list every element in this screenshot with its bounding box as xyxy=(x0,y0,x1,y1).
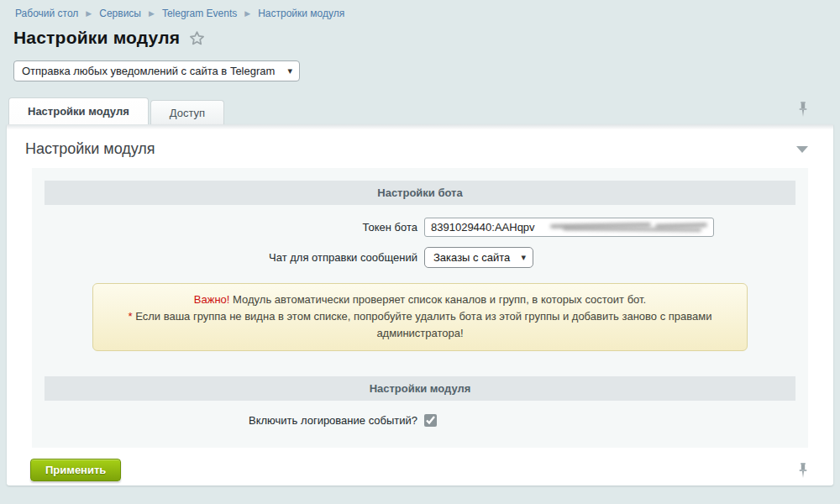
chat-label: Чат для отправки сообщений xyxy=(45,251,424,264)
collapse-arrow-icon[interactable] xyxy=(796,146,808,153)
module-select-wrap: Отправка любых уведомлений с сайта в Tel… xyxy=(13,60,300,81)
logging-checkbox[interactable] xyxy=(424,414,437,427)
warning-note: Важно! Модуль автоматически проверяет сп… xyxy=(92,283,748,351)
tabs-bar: Настройки модуля Доступ xyxy=(8,97,833,124)
warning-line1: Модуль автоматически проверяет список ка… xyxy=(233,293,646,306)
breadcrumb: Рабочий стол ▶ Сервисы ▶ Telegram Events… xyxy=(0,0,840,19)
apply-button[interactable]: Применить xyxy=(30,459,121,481)
pin-icon[interactable] xyxy=(798,462,808,479)
module-select[interactable]: Отправка любых уведомлений с сайта в Tel… xyxy=(13,60,300,81)
section-header-bot-settings: Настройки бота xyxy=(45,181,795,205)
breadcrumb-arrow-icon: ▶ xyxy=(149,10,155,18)
bot-token-input[interactable] xyxy=(424,218,714,237)
token-row: Токен бота xyxy=(45,218,795,237)
breadcrumb-arrow-icon: ▶ xyxy=(86,10,92,18)
section-header-module-settings: Настройки модуля xyxy=(45,376,795,401)
warning-line2: Если ваша группа не видна в этом списке,… xyxy=(135,310,711,339)
tab-access[interactable]: Доступ xyxy=(150,100,224,124)
warning-important-label: Важно! xyxy=(194,293,230,306)
tab-module-settings[interactable]: Настройки модуля xyxy=(8,97,149,124)
breadcrumb-arrow-icon: ▶ xyxy=(244,10,250,18)
page-title: Настройки модуля xyxy=(13,28,180,48)
pin-icon[interactable] xyxy=(798,101,808,118)
warning-asterisk: * xyxy=(129,310,133,323)
panel-title: Настройки модуля xyxy=(25,140,155,158)
chat-row: Чат для отправки сообщений Заказы с сайт… xyxy=(45,247,795,268)
settings-panel: Настройки модуля Настройки бота Токен бо… xyxy=(7,124,833,486)
token-input-wrap xyxy=(424,218,714,237)
breadcrumb-link-module-settings[interactable]: Настройки модуля xyxy=(258,8,344,19)
chat-select-wrap: Заказы с сайта ▾ xyxy=(424,247,533,268)
favorite-star-icon[interactable] xyxy=(188,29,206,47)
settings-form: Настройки бота Токен бота Чат для отправ… xyxy=(32,168,808,448)
breadcrumb-link-desktop[interactable]: Рабочий стол xyxy=(15,8,78,19)
logging-label: Включить логирование событий? xyxy=(45,414,424,427)
token-label: Токен бота xyxy=(45,221,424,234)
chat-select[interactable]: Заказы с сайта xyxy=(424,247,533,268)
breadcrumb-link-telegram-events[interactable]: Telegram Events xyxy=(162,8,237,19)
logging-row: Включить логирование событий? xyxy=(45,414,795,427)
breadcrumb-link-services[interactable]: Сервисы xyxy=(99,8,141,19)
